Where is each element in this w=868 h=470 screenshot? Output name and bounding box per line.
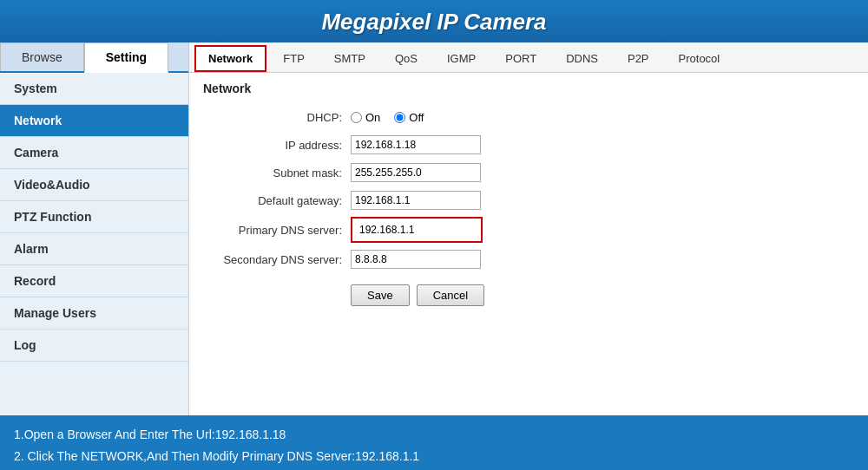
sidebar-item-alarm[interactable]: Alarm xyxy=(0,233,188,265)
default-gateway-label: Default gateway: xyxy=(203,194,351,207)
sub-tab-protocol[interactable]: Protocol xyxy=(666,46,733,71)
sidebar-item-record[interactable]: Record xyxy=(0,265,188,297)
sub-tab-ddns[interactable]: DDNS xyxy=(553,46,611,71)
dhcp-off-label: Off xyxy=(409,111,424,124)
dhcp-row: DHCP: On Off xyxy=(203,106,854,128)
subnet-mask-input[interactable] xyxy=(351,163,481,182)
footer: 1.Open a Browser And Enter The Url:192.1… xyxy=(0,415,868,470)
app-title: Megapixel IP Camera xyxy=(0,9,868,36)
top-tab-bar: Browse Setting xyxy=(0,42,188,73)
sidebar-item-camera[interactable]: Camera xyxy=(0,137,188,169)
sidebar-item-log[interactable]: Log xyxy=(0,330,188,362)
default-gateway-input[interactable] xyxy=(351,191,481,210)
network-settings-panel: Network DHCP: On Off IP address: xyxy=(189,73,868,315)
section-title: Network xyxy=(203,82,854,95)
sub-tab-network[interactable]: Network xyxy=(194,45,266,72)
sidebar-item-ptz[interactable]: PTZ Function xyxy=(0,201,188,233)
cancel-button[interactable]: Cancel xyxy=(417,284,484,306)
dhcp-off-option[interactable]: Off xyxy=(394,111,424,124)
ip-address-label: IP address: xyxy=(203,139,351,152)
dhcp-off-radio[interactable] xyxy=(394,112,405,123)
primary-dns-input[interactable] xyxy=(356,220,477,239)
sub-tab-qos[interactable]: QoS xyxy=(382,46,431,71)
sub-tab-port[interactable]: PORT xyxy=(492,46,549,71)
sub-tab-p2p[interactable]: P2P xyxy=(615,46,662,71)
ip-address-input[interactable] xyxy=(351,135,481,154)
primary-dns-row: Primary DNS server: xyxy=(203,217,854,243)
footer-line1: 1.Open a Browser And Enter The Url:192.1… xyxy=(14,424,854,446)
secondary-dns-input[interactable] xyxy=(351,250,481,269)
sidebar-item-manage-users[interactable]: Manage Users xyxy=(0,297,188,330)
secondary-dns-label: Secondary DNS server: xyxy=(203,253,351,266)
app-header: Megapixel IP Camera xyxy=(0,0,868,42)
sidebar: Browse Setting System Network Camera Vid… xyxy=(0,42,189,415)
primary-dns-highlight xyxy=(351,217,483,243)
sub-tab-ftp[interactable]: FTP xyxy=(270,46,318,71)
primary-dns-label: Primary DNS server: xyxy=(203,224,351,237)
subnet-mask-label: Subnet mask: xyxy=(203,166,351,180)
default-gateway-row: Default gateway: xyxy=(203,189,854,212)
sidebar-item-videoaudio[interactable]: Video&Audio xyxy=(0,169,188,201)
content-area: Network FTP SMTP QoS IGMP PORT DDNS P2P … xyxy=(189,42,868,415)
secondary-dns-row: Secondary DNS server: xyxy=(203,248,854,271)
sub-tab-igmp[interactable]: IGMP xyxy=(434,46,489,71)
dhcp-radio-group: On Off xyxy=(351,111,424,124)
footer-line2: 2. Click The NETWORK,And Then Modify Pri… xyxy=(14,446,854,467)
sub-tab-smtp[interactable]: SMTP xyxy=(321,46,378,71)
subnet-mask-row: Subnet mask: xyxy=(203,161,854,184)
sub-tab-bar: Network FTP SMTP QoS IGMP PORT DDNS P2P … xyxy=(189,42,868,73)
dhcp-on-label: On xyxy=(365,111,380,124)
dhcp-label: DHCP: xyxy=(203,111,351,124)
sidebar-item-system[interactable]: System xyxy=(0,73,188,105)
save-button[interactable]: Save xyxy=(351,284,410,306)
sidebar-item-network[interactable]: Network xyxy=(0,105,188,137)
dhcp-on-option[interactable]: On xyxy=(351,111,380,124)
tab-browse[interactable]: Browse xyxy=(0,42,84,71)
button-row: Save Cancel xyxy=(203,284,854,306)
tab-setting[interactable]: Setting xyxy=(84,42,168,73)
dhcp-on-radio[interactable] xyxy=(351,112,362,123)
ip-address-row: IP address: xyxy=(203,134,854,156)
